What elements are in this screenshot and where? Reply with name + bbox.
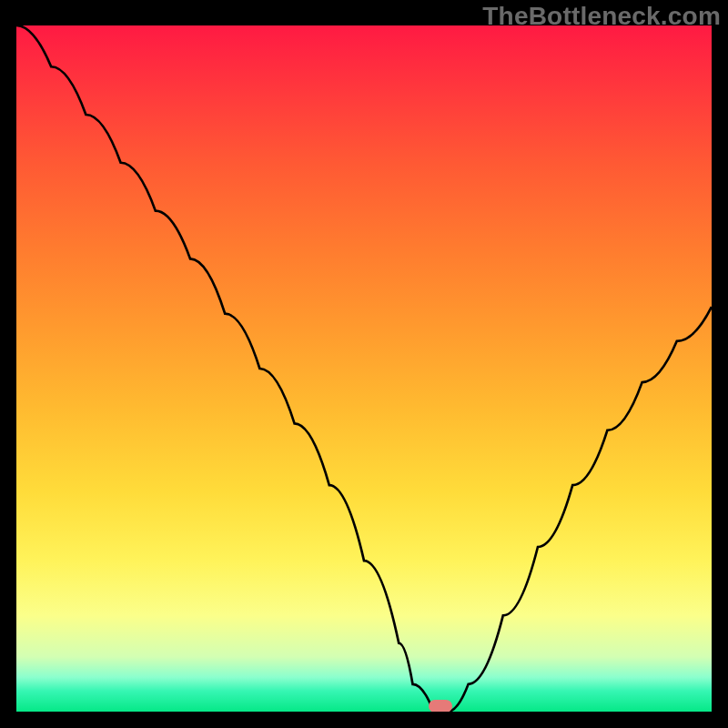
chart-frame: TheBottleneck.com: [0, 0, 728, 728]
plot-area: [16, 25, 712, 712]
bottleneck-curve: [16, 25, 712, 712]
watermark-text: TheBottleneck.com: [482, 2, 721, 31]
notch-marker: [429, 700, 452, 712]
curve-svg: [16, 25, 712, 712]
